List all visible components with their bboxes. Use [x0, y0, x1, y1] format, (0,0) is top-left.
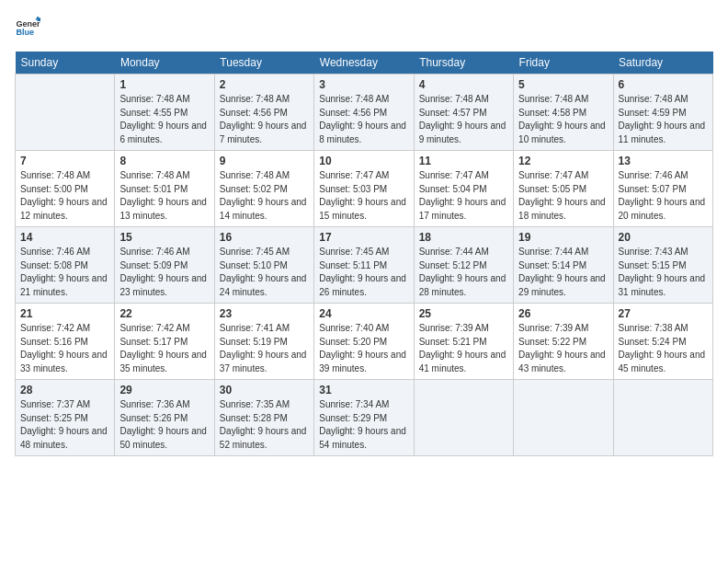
calendar-cell: 3Sunrise: 7:48 AMSunset: 4:56 PMDaylight…	[314, 75, 414, 151]
calendar-cell: 15Sunrise: 7:46 AMSunset: 5:09 PMDayligh…	[115, 227, 214, 304]
calendar-cell	[414, 380, 513, 456]
day-info: Sunrise: 7:39 AMSunset: 5:22 PMDaylight:…	[518, 322, 608, 375]
day-number: 13	[619, 155, 708, 167]
calendar-cell: 11Sunrise: 7:47 AMSunset: 5:04 PMDayligh…	[414, 151, 513, 227]
day-number: 30	[220, 384, 309, 396]
day-info: Sunrise: 7:48 AMSunset: 4:56 PMDaylight:…	[319, 93, 408, 146]
calendar-cell: 18Sunrise: 7:44 AMSunset: 5:12 PMDayligh…	[414, 227, 513, 304]
day-info: Sunrise: 7:43 AMSunset: 5:15 PMDaylight:…	[619, 246, 708, 299]
calendar-cell: 30Sunrise: 7:35 AMSunset: 5:28 PMDayligh…	[214, 380, 313, 456]
calendar-cell: 22Sunrise: 7:42 AMSunset: 5:17 PMDayligh…	[115, 304, 214, 380]
week-row-2: 7Sunrise: 7:48 AMSunset: 5:00 PMDaylight…	[16, 151, 713, 227]
calendar-cell	[613, 380, 712, 456]
day-number: 10	[319, 155, 408, 167]
calendar-table: SundayMondayTuesdayWednesdayThursdayFrid…	[15, 52, 713, 456]
day-info: Sunrise: 7:40 AMSunset: 5:20 PMDaylight:…	[319, 322, 408, 375]
weekday-header-thursday: Thursday	[414, 52, 513, 75]
week-row-1: 1Sunrise: 7:48 AMSunset: 4:55 PMDaylight…	[16, 75, 713, 151]
week-row-5: 28Sunrise: 7:37 AMSunset: 5:25 PMDayligh…	[16, 380, 713, 456]
weekday-header-saturday: Saturday	[613, 52, 712, 75]
day-number: 27	[619, 307, 708, 320]
svg-text:Blue: Blue	[16, 28, 34, 37]
day-number: 29	[119, 384, 209, 396]
day-number: 19	[518, 231, 608, 244]
day-info: Sunrise: 7:44 AMSunset: 5:14 PMDaylight:…	[518, 246, 608, 299]
day-number: 20	[619, 231, 708, 244]
day-number: 18	[419, 231, 508, 244]
day-info: Sunrise: 7:44 AMSunset: 5:12 PMDaylight:…	[419, 246, 508, 299]
day-info: Sunrise: 7:48 AMSunset: 4:56 PMDaylight:…	[220, 93, 309, 146]
calendar-cell	[16, 75, 115, 151]
day-number: 16	[220, 231, 309, 244]
calendar-cell: 21Sunrise: 7:42 AMSunset: 5:16 PMDayligh…	[16, 304, 115, 380]
day-number: 28	[20, 384, 109, 396]
week-row-4: 21Sunrise: 7:42 AMSunset: 5:16 PMDayligh…	[16, 304, 713, 380]
day-number: 9	[220, 155, 309, 167]
day-number: 14	[20, 231, 109, 244]
day-info: Sunrise: 7:42 AMSunset: 5:17 PMDaylight:…	[119, 322, 209, 375]
page-header: General Blue	[15, 15, 713, 40]
calendar-cell: 5Sunrise: 7:48 AMSunset: 4:58 PMDaylight…	[514, 75, 613, 151]
day-number: 7	[20, 155, 109, 167]
day-info: Sunrise: 7:47 AMSunset: 5:03 PMDaylight:…	[319, 169, 408, 223]
calendar-cell: 26Sunrise: 7:39 AMSunset: 5:22 PMDayligh…	[514, 304, 613, 380]
calendar-cell: 10Sunrise: 7:47 AMSunset: 5:03 PMDayligh…	[314, 151, 414, 227]
day-info: Sunrise: 7:47 AMSunset: 5:04 PMDaylight:…	[419, 169, 508, 223]
day-info: Sunrise: 7:48 AMSunset: 4:57 PMDaylight:…	[419, 93, 508, 146]
calendar-cell: 20Sunrise: 7:43 AMSunset: 5:15 PMDayligh…	[613, 227, 712, 304]
weekday-header-wednesday: Wednesday	[314, 52, 414, 75]
day-info: Sunrise: 7:47 AMSunset: 5:05 PMDaylight:…	[518, 169, 608, 223]
day-info: Sunrise: 7:46 AMSunset: 5:09 PMDaylight:…	[119, 246, 209, 299]
calendar-cell: 8Sunrise: 7:48 AMSunset: 5:01 PMDaylight…	[115, 151, 214, 227]
calendar-cell: 28Sunrise: 7:37 AMSunset: 5:25 PMDayligh…	[16, 380, 115, 456]
day-info: Sunrise: 7:41 AMSunset: 5:19 PMDaylight:…	[220, 322, 309, 375]
day-number: 2	[220, 78, 309, 91]
calendar-cell: 19Sunrise: 7:44 AMSunset: 5:14 PMDayligh…	[514, 227, 613, 304]
calendar-cell: 24Sunrise: 7:40 AMSunset: 5:20 PMDayligh…	[314, 304, 414, 380]
day-info: Sunrise: 7:39 AMSunset: 5:21 PMDaylight:…	[419, 322, 508, 375]
day-info: Sunrise: 7:37 AMSunset: 5:25 PMDaylight:…	[20, 398, 109, 452]
day-number: 5	[518, 78, 608, 91]
day-number: 11	[419, 155, 508, 167]
logo-icon: General Blue	[15, 15, 40, 40]
day-info: Sunrise: 7:35 AMSunset: 5:28 PMDaylight:…	[220, 398, 309, 452]
day-info: Sunrise: 7:48 AMSunset: 4:58 PMDaylight:…	[518, 93, 608, 146]
calendar-cell: 12Sunrise: 7:47 AMSunset: 5:05 PMDayligh…	[514, 151, 613, 227]
day-number: 24	[319, 307, 408, 320]
day-number: 22	[119, 307, 209, 320]
day-number: 12	[518, 155, 608, 167]
calendar-cell: 29Sunrise: 7:36 AMSunset: 5:26 PMDayligh…	[115, 380, 214, 456]
day-info: Sunrise: 7:48 AMSunset: 4:55 PMDaylight:…	[119, 93, 209, 146]
weekday-header-tuesday: Tuesday	[214, 52, 313, 75]
day-info: Sunrise: 7:42 AMSunset: 5:16 PMDaylight:…	[20, 322, 109, 375]
calendar-cell: 2Sunrise: 7:48 AMSunset: 4:56 PMDaylight…	[214, 75, 313, 151]
day-info: Sunrise: 7:46 AMSunset: 5:07 PMDaylight:…	[619, 169, 708, 223]
day-number: 17	[319, 231, 408, 244]
day-number: 26	[518, 307, 608, 320]
day-number: 8	[119, 155, 209, 167]
day-number: 25	[419, 307, 508, 320]
day-number: 21	[20, 307, 109, 320]
day-info: Sunrise: 7:46 AMSunset: 5:08 PMDaylight:…	[20, 246, 109, 299]
day-info: Sunrise: 7:48 AMSunset: 5:00 PMDaylight:…	[20, 169, 109, 223]
calendar-cell: 27Sunrise: 7:38 AMSunset: 5:24 PMDayligh…	[613, 304, 712, 380]
day-info: Sunrise: 7:48 AMSunset: 4:59 PMDaylight:…	[619, 93, 708, 146]
day-number: 3	[319, 78, 408, 91]
calendar-cell: 23Sunrise: 7:41 AMSunset: 5:19 PMDayligh…	[214, 304, 313, 380]
weekday-header-monday: Monday	[115, 52, 214, 75]
calendar-cell: 9Sunrise: 7:48 AMSunset: 5:02 PMDaylight…	[214, 151, 313, 227]
day-info: Sunrise: 7:34 AMSunset: 5:29 PMDaylight:…	[319, 398, 408, 452]
day-number: 1	[119, 78, 209, 91]
calendar-cell	[514, 380, 613, 456]
calendar-cell: 1Sunrise: 7:48 AMSunset: 4:55 PMDaylight…	[115, 75, 214, 151]
calendar-cell: 4Sunrise: 7:48 AMSunset: 4:57 PMDaylight…	[414, 75, 513, 151]
calendar-cell: 13Sunrise: 7:46 AMSunset: 5:07 PMDayligh…	[613, 151, 712, 227]
weekday-header-sunday: Sunday	[16, 52, 115, 75]
weekday-header-friday: Friday	[514, 52, 613, 75]
day-number: 15	[119, 231, 209, 244]
day-info: Sunrise: 7:48 AMSunset: 5:02 PMDaylight:…	[220, 169, 309, 223]
day-number: 6	[619, 78, 708, 91]
week-row-3: 14Sunrise: 7:46 AMSunset: 5:08 PMDayligh…	[16, 227, 713, 304]
calendar-cell: 14Sunrise: 7:46 AMSunset: 5:08 PMDayligh…	[16, 227, 115, 304]
day-info: Sunrise: 7:38 AMSunset: 5:24 PMDaylight:…	[619, 322, 708, 375]
